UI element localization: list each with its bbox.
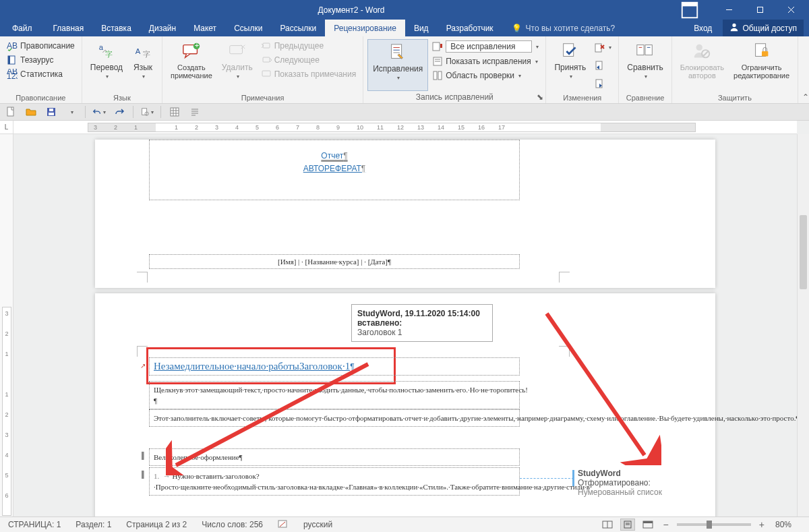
- tab-insert[interactable]: Вставка: [92, 20, 140, 36]
- open-button[interactable]: [24, 105, 38, 119]
- show-markup-button[interactable]: Показать исправления▾: [429, 55, 541, 68]
- comment-label: Отформатировано:: [578, 478, 651, 487]
- doc-heading1-inserted[interactable]: Заголовок·1: [299, 361, 350, 372]
- new-comment-button[interactable]: + Создатьпримечание: [167, 39, 216, 92]
- titlebar: Документ2 - Word: [0, 0, 809, 20]
- zoom-slider[interactable]: [677, 523, 751, 526]
- collapse-ribbon-icon[interactable]: ⌃: [802, 92, 809, 102]
- tell-me-search[interactable]: 💡 Что вы хотите сделать?: [502, 20, 625, 36]
- dialog-launcher-icon[interactable]: ⬊: [536, 93, 544, 101]
- translate-button[interactable]: a字 Перевод▾: [86, 39, 127, 92]
- close-button[interactable]: [775, 0, 806, 20]
- restrict-editing-button[interactable]: Ограничитьредактирование: [729, 39, 793, 92]
- zoom-level[interactable]: 80%: [773, 519, 794, 531]
- view-read-mode[interactable]: [600, 519, 615, 531]
- vertical-scrollbar[interactable]: [797, 134, 809, 516]
- tab-selector[interactable]: L: [0, 121, 13, 134]
- doc-heading1-part1[interactable]: Незамедлительное·начало·работы: [154, 361, 299, 372]
- zoom-out-button[interactable]: −: [661, 519, 671, 530]
- tooltip-author: StudyWord, 19.11.2020 15:14:00: [357, 309, 480, 318]
- language-button[interactable]: A字 Язык▾: [128, 39, 158, 92]
- qat-dropdown[interactable]: ▾: [65, 105, 78, 119]
- display-for-review-dropdown[interactable]: Все исправления▾: [429, 39, 541, 54]
- table-button[interactable]: [168, 105, 181, 119]
- signin-link[interactable]: Вход: [687, 24, 719, 33]
- view-print-layout[interactable]: [620, 519, 635, 531]
- minimize-button[interactable]: [713, 0, 744, 20]
- body-para-3[interactable]: ▌ Великолепное·оформление¶: [149, 448, 520, 466]
- svg-rect-51: [7, 107, 13, 116]
- reviewing-pane-button[interactable]: Область проверки▾: [429, 69, 541, 82]
- tab-mailings[interactable]: Рассылки: [271, 20, 325, 36]
- view-web-layout[interactable]: [640, 519, 655, 531]
- status-page[interactable]: СТРАНИЦА: 1: [5, 519, 63, 531]
- comment-balloon[interactable]: StudyWord Отформатировано: Нумерованный …: [578, 469, 706, 497]
- track-changes-icon: [387, 42, 409, 63]
- horizontal-ruler[interactable]: 3211234567891011121314151617: [13, 121, 797, 134]
- zoom-in-button[interactable]: +: [756, 519, 767, 530]
- group-changes-label: Изменения: [550, 92, 614, 102]
- stats-button[interactable]: ABC123Статистика: [4, 67, 78, 81]
- block-authors-button: Блокироватьавторов: [676, 39, 728, 92]
- svg-rect-22: [263, 43, 270, 48]
- body-para-1[interactable]: Щелкнув·этот·замещающий·текст,·просто·на…: [149, 381, 520, 409]
- vertical-ruler[interactable]: 321 123 456: [0, 134, 13, 516]
- track-changes-button[interactable]: Исправления▾: [369, 40, 427, 84]
- compare-button[interactable]: Сравнить▾: [623, 39, 667, 92]
- status-proofing-icon[interactable]: [275, 518, 291, 532]
- tab-developer[interactable]: Разработчик: [438, 20, 502, 36]
- tab-layout[interactable]: Макет: [185, 20, 225, 36]
- lightbulb-icon: 💡: [512, 24, 522, 33]
- svg-rect-29: [433, 42, 440, 51]
- group-language: a字 Перевод▾ A字 Язык▾ Язык: [82, 36, 162, 103]
- redo-button[interactable]: [113, 105, 126, 119]
- tab-review[interactable]: Рецензирование: [325, 20, 405, 36]
- next-change-button[interactable]: [591, 77, 614, 90]
- previous-change-button[interactable]: [591, 59, 614, 72]
- svg-rect-30: [440, 44, 442, 48]
- reviewing-pane-icon: [432, 70, 443, 81]
- page-1: Отчет¶ АВТОРЕФЕРАТ¶ [Имя] | · [Название·…: [95, 140, 715, 288]
- print-preview-button[interactable]: ▾: [140, 105, 154, 119]
- comment-bar: [572, 470, 574, 486]
- new-doc-button[interactable]: [4, 105, 18, 119]
- comment-author: StudyWord: [578, 469, 706, 478]
- status-language[interactable]: русский: [301, 519, 335, 531]
- status-words[interactable]: Число слов: 256: [199, 519, 266, 531]
- paragraph-button[interactable]: [188, 105, 202, 119]
- tab-file[interactable]: Файл: [0, 20, 44, 36]
- accept-button[interactable]: Принять▾: [550, 39, 590, 92]
- body-para-4[interactable]: ▌ 1. → Нужно·вставить·заголовок?·Просто·…: [149, 467, 520, 496]
- body-para-2[interactable]: Этот·заполнитель·включает·советы,·которы…: [149, 409, 520, 427]
- svg-text:A: A: [136, 47, 141, 55]
- change-bar: ▌: [142, 452, 146, 459]
- doc-title[interactable]: Отчет¶: [150, 140, 519, 163]
- thesaurus-button[interactable]: Тезаурус: [4, 53, 78, 67]
- heading-frame[interactable]: ↗ Незамедлительное·начало·работыЗаголово…: [149, 357, 520, 376]
- svg-point-6: [733, 24, 736, 27]
- spelling-button[interactable]: ABCПравописание: [4, 39, 78, 53]
- svg-rect-76: [643, 521, 653, 523]
- revision-tooltip: StudyWord, 19.11.2020 15:14:00 вставлено…: [351, 304, 493, 342]
- status-page-of[interactable]: Страница 2 из 2: [123, 519, 189, 531]
- doc-meta-line[interactable]: [Имя] | · [Название·курса] | · [Дата]: [278, 256, 388, 267]
- group-compare-label: Сравнение: [623, 92, 667, 102]
- doc-subtitle[interactable]: АВТОРЕФЕРАТ¶: [150, 163, 519, 174]
- undo-button[interactable]: ▾: [92, 105, 106, 119]
- status-section[interactable]: Раздел: 1: [73, 519, 114, 531]
- save-button[interactable]: [44, 105, 58, 119]
- document-canvas[interactable]: Отчет¶ АВТОРЕФЕРАТ¶ [Имя] | · [Название·…: [13, 134, 797, 516]
- restrict-icon: [751, 40, 773, 62]
- share-button[interactable]: Общий доступ: [723, 20, 804, 36]
- tab-design[interactable]: Дизайн: [140, 20, 185, 36]
- group-proofing: ABCПравописание Тезаурус ABC123Статистик…: [0, 36, 82, 103]
- tab-home[interactable]: Главная: [44, 20, 93, 36]
- comment-connector: [520, 478, 574, 479]
- window-title: Документ2 - Word: [23, 5, 680, 15]
- tooltip-action: вставлено:: [357, 318, 402, 328]
- reject-button[interactable]: ▾: [591, 41, 614, 55]
- tab-view[interactable]: Вид: [405, 20, 438, 36]
- tab-references[interactable]: Ссылки: [225, 20, 271, 36]
- ribbon-display-options-icon[interactable]: [680, 0, 700, 20]
- maximize-button[interactable]: [744, 0, 775, 20]
